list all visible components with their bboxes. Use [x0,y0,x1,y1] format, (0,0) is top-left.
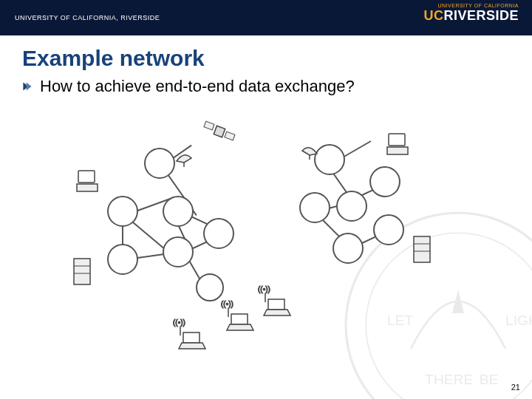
network-diagram: ((•)) ((•)) ((•)) [59,126,473,362]
logo-small-text: UNIVERSITY OF CALIFORNIA [423,3,519,8]
router-node [373,214,404,245]
router-node [107,244,138,275]
slide-header: UNIVERSITY OF CALIFORNIA, RIVERSIDE UNIV… [0,0,532,35]
logo-riverside: RIVERSIDE [443,8,519,23]
svg-rect-11 [214,126,225,137]
svg-rect-16 [389,134,405,146]
router-node [107,196,138,227]
router-node [196,273,224,301]
wireless-laptop-icon: ((•)) [255,284,292,318]
router-node [332,233,364,264]
svg-rect-26 [268,299,284,310]
computer-icon [74,166,103,196]
server-icon [410,233,436,266]
satellite-dish-icon [174,148,194,168]
server-icon [70,255,96,288]
slide-title: Example network [22,46,532,71]
logo-big-text: UCRIVERSIDE [423,8,519,24]
router-node [163,196,194,227]
svg-rect-17 [387,147,408,154]
satellite-dish-icon [299,140,320,161]
router-node [203,218,234,249]
bullet-text: How to achieve end-to-end data exchange? [40,77,355,96]
svg-rect-23 [231,314,248,324]
svg-text:THERE: THERE [425,372,473,387]
svg-rect-13 [225,132,235,140]
wireless-laptop-icon: ((•)) [218,299,255,332]
page-number: 21 [511,383,520,392]
svg-rect-12 [204,121,214,130]
router-node [369,166,400,197]
computer-icon [384,129,414,159]
svg-text:((•)): ((•)) [221,300,233,308]
logo-uc-prefix: UC [423,8,443,23]
router-node [336,191,367,222]
chevron-icon [22,81,33,92]
svg-rect-7 [77,184,98,191]
logo-right: UNIVERSITY OF CALIFORNIA UCRIVERSIDE [423,3,519,24]
router-node [299,192,330,223]
svg-text:LIGHT: LIGHT [505,313,532,328]
svg-text:((•)): ((•)) [258,285,270,293]
bullet-row: How to achieve end-to-end data exchange? [22,77,532,96]
wireless-laptop-icon: ((•)) [170,318,207,351]
svg-rect-8 [74,259,90,284]
svg-text:((•)): ((•)) [173,318,185,327]
satellite-icon [203,117,236,146]
svg-rect-18 [414,236,430,262]
router-node [163,236,194,267]
router-node [144,148,175,179]
svg-rect-6 [78,171,95,183]
svg-rect-29 [183,332,200,343]
svg-text:BE: BE [480,372,499,387]
university-name-left: UNIVERSITY OF CALIFORNIA, RIVERSIDE [15,14,160,21]
